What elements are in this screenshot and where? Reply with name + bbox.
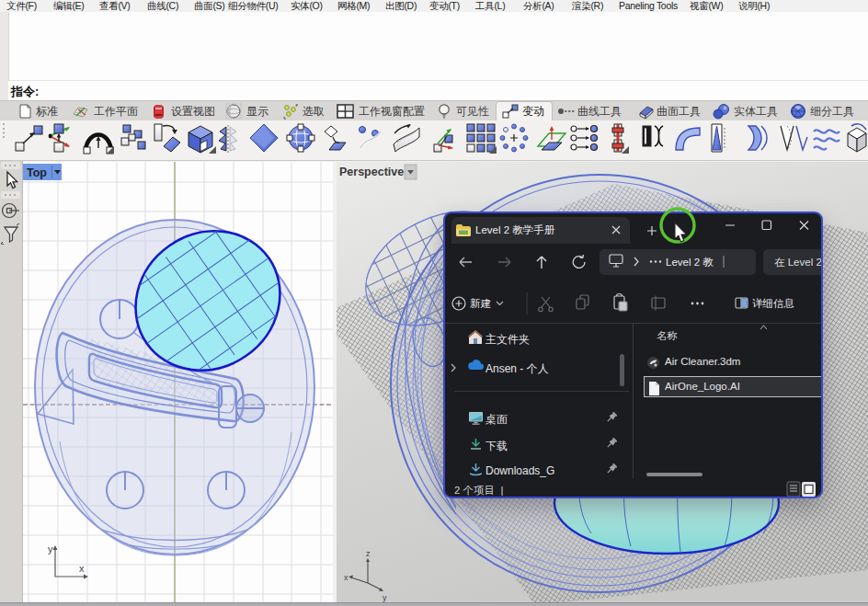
svg-text:Perspective: Perspective xyxy=(339,166,404,178)
svg-text:x: x xyxy=(79,563,85,574)
svg-text:y: y xyxy=(48,543,53,555)
svg-text:Top: Top xyxy=(27,166,47,179)
svg-text:y: y xyxy=(383,593,387,602)
svg-text:z: z xyxy=(366,549,371,558)
svg-text:x: x xyxy=(344,573,348,582)
